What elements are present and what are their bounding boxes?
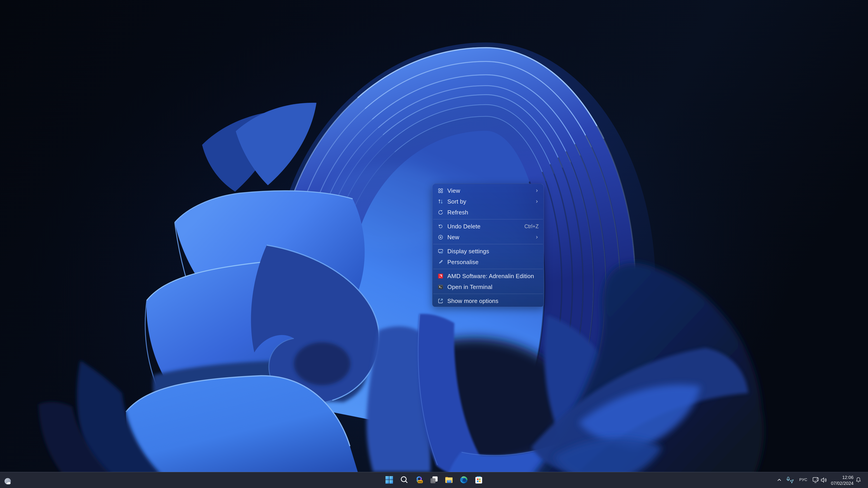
svg-text:PRE: PRE <box>418 481 423 483</box>
